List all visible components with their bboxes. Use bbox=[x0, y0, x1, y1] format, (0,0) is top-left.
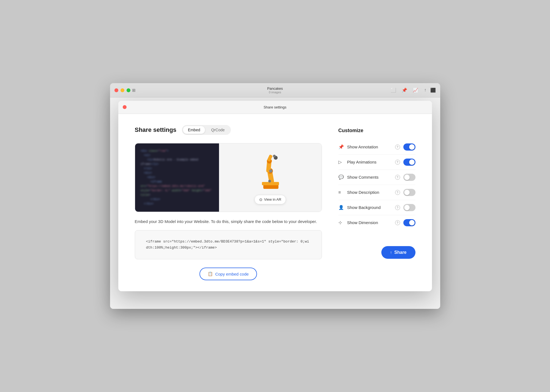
svg-point-8 bbox=[273, 155, 276, 157]
preview-code-panel: <div class="row"> <ol> <li>Robotic Arm -… bbox=[135, 143, 219, 212]
left-content: Share settings Embed QrCode <div class="… bbox=[135, 125, 322, 280]
dimension-toggle-track bbox=[403, 219, 415, 226]
description-toggle-thumb bbox=[404, 190, 410, 195]
svg-point-9 bbox=[269, 169, 272, 173]
modal-overlay: Share settings Share settings Embed QrCo… bbox=[0, 0, 550, 392]
modal-close-button[interactable] bbox=[123, 105, 127, 109]
show-annotation-toggle[interactable] bbox=[403, 143, 415, 151]
annotation-toggle-track bbox=[403, 143, 415, 151]
svg-rect-6 bbox=[267, 154, 273, 162]
preview-area: <div class="row"> <ol> <li>Robotic Arm -… bbox=[135, 143, 322, 212]
show-comments-label: Show Comments bbox=[347, 175, 395, 179]
tab-embed[interactable]: Embed bbox=[183, 126, 205, 134]
description-toggle-track bbox=[403, 189, 415, 196]
show-dimension-toggle[interactable] bbox=[403, 219, 415, 226]
animations-toggle-track bbox=[403, 159, 415, 166]
description-text: Embed your 3D Model into your Website. T… bbox=[135, 219, 322, 225]
share-button-container: ↑ Share bbox=[338, 230, 415, 259]
dimension-toggle-thumb bbox=[409, 220, 415, 225]
robot-arm-preview bbox=[248, 151, 292, 195]
share-button-label: Share bbox=[394, 250, 406, 255]
view-in-ar-button[interactable]: ⊙ View in AR bbox=[255, 195, 286, 204]
comments-icon: 💬 bbox=[338, 175, 347, 180]
embed-code-box: <iframe src="https://embed.3dto.me/BD3E4… bbox=[135, 230, 322, 259]
toggle-row-show-description: ≡ Show Description ? bbox=[338, 186, 415, 199]
show-background-toggle[interactable] bbox=[403, 204, 415, 211]
share-button[interactable]: ↑ Share bbox=[381, 246, 415, 259]
share-settings-modal: Share settings Share settings Embed QrCo… bbox=[118, 101, 432, 291]
annotation-icon: 📌 bbox=[338, 144, 347, 149]
action-buttons: 📋 Copy embed code bbox=[135, 268, 322, 280]
modal-body: Share settings Embed QrCode <div class="… bbox=[118, 114, 432, 291]
dimension-icon: ⊹ bbox=[338, 220, 347, 225]
background-help-icon[interactable]: ? bbox=[395, 205, 400, 210]
customize-title: Customize bbox=[338, 128, 415, 134]
comments-help-icon[interactable]: ? bbox=[395, 175, 400, 180]
background-icon: 👤 bbox=[338, 205, 347, 210]
show-description-toggle[interactable] bbox=[403, 189, 415, 196]
page-header: Share settings Embed QrCode bbox=[135, 125, 322, 135]
toggle-row-show-comments: 💬 Show Comments ? bbox=[338, 170, 415, 184]
play-animations-toggle[interactable] bbox=[403, 159, 415, 166]
svg-point-10 bbox=[268, 180, 271, 183]
animations-help-icon[interactable]: ? bbox=[395, 160, 400, 165]
toggle-row-play-animations: ▷ Play Animations ? bbox=[338, 155, 415, 169]
annotation-toggle-thumb bbox=[409, 144, 415, 150]
copy-button-label: Copy embed code bbox=[215, 272, 249, 276]
tab-group: Embed QrCode bbox=[182, 125, 231, 135]
embed-code-text: <iframe src="https://embed.3dto.me/BD3E4… bbox=[146, 239, 309, 250]
show-description-label: Show Description bbox=[347, 190, 395, 195]
code-preview-lines: <div class="row"> <ol> <li>Robotic Arm -… bbox=[141, 149, 214, 206]
tab-qrcode[interactable]: QrCode bbox=[206, 126, 229, 134]
play-animations-label: Play Animations bbox=[347, 160, 395, 164]
modal-titlebar: Share settings bbox=[118, 101, 432, 114]
comments-toggle-track bbox=[403, 174, 415, 181]
robot-arm-svg bbox=[250, 152, 291, 194]
dimension-help-icon[interactable]: ? bbox=[395, 220, 400, 225]
animations-icon: ▷ bbox=[338, 159, 347, 165]
toggle-row-show-background: 👤 Show Background ? bbox=[338, 201, 415, 214]
show-background-label: Show Background bbox=[347, 205, 395, 210]
annotation-help-icon[interactable]: ? bbox=[395, 145, 400, 149]
show-comments-toggle[interactable] bbox=[403, 174, 415, 181]
ar-icon: ⊙ bbox=[259, 197, 262, 202]
toggle-row-show-annotation: 📌 Show Annotation ? bbox=[338, 140, 415, 154]
share-icon: ↑ bbox=[390, 250, 392, 255]
comments-toggle-thumb bbox=[404, 175, 410, 180]
copy-embed-code-button[interactable]: 📋 Copy embed code bbox=[199, 268, 257, 280]
desktop-background: ⊞ Pancakes 0 images ⬜ 📌 📈 ↑ ⬛ Share se bbox=[0, 0, 550, 392]
background-toggle-thumb bbox=[404, 205, 410, 210]
show-dimension-label: Show Dimension bbox=[347, 220, 395, 225]
page-title: Share settings bbox=[135, 126, 177, 134]
description-icon: ≡ bbox=[338, 190, 347, 195]
modal-title: Share settings bbox=[264, 105, 286, 109]
animations-toggle-thumb bbox=[409, 159, 415, 165]
copy-icon: 📋 bbox=[208, 271, 213, 276]
preview-3d-panel: ⊙ View in AR bbox=[219, 143, 322, 212]
description-help-icon[interactable]: ? bbox=[395, 190, 400, 195]
background-toggle-track bbox=[403, 204, 415, 211]
view-ar-label: View in AR bbox=[264, 197, 281, 202]
toggle-row-show-dimension: ⊹ Show Dimension ? bbox=[338, 216, 415, 230]
right-panel: Customize 📌 Show Annotation ? bbox=[338, 125, 415, 280]
show-annotation-label: Show Annotation bbox=[347, 145, 395, 149]
